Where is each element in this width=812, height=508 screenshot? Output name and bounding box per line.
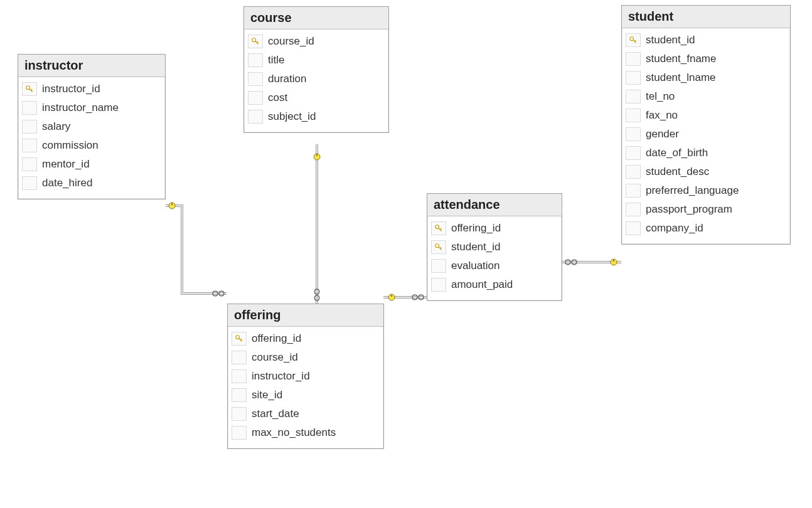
primary-key-icon bbox=[22, 82, 37, 96]
field-name: duration bbox=[268, 73, 306, 85]
field-row[interactable]: date_of_birth bbox=[626, 144, 786, 162]
field-row[interactable]: site_id bbox=[232, 386, 380, 405]
key-cell-empty bbox=[626, 71, 641, 85]
field-row[interactable]: start_date bbox=[232, 405, 380, 423]
entity-offering[interactable]: offering offering_idcourse_idinstructor_… bbox=[227, 304, 384, 449]
field-name: start_date bbox=[252, 408, 299, 420]
key-cell-empty bbox=[248, 72, 263, 86]
field-name: offering_id bbox=[451, 222, 501, 235]
field-name: site_id bbox=[252, 389, 282, 401]
entity-title: course bbox=[244, 7, 388, 29]
field-row[interactable]: subject_id bbox=[248, 107, 385, 126]
key-cell-empty bbox=[626, 221, 641, 235]
field-row[interactable]: passport_program bbox=[626, 200, 786, 219]
entity-course[interactable]: course course_idtitledurationcostsubject… bbox=[243, 6, 389, 133]
field-row[interactable]: duration bbox=[248, 70, 385, 88]
field-row[interactable]: student_desc bbox=[626, 162, 786, 181]
key-cell-empty bbox=[248, 110, 263, 124]
key-cell-empty bbox=[626, 184, 641, 198]
entity-attendance[interactable]: attendance offering_id student_idevaluat… bbox=[427, 193, 562, 301]
field-row[interactable]: fax_no bbox=[626, 106, 786, 125]
primary-key-icon bbox=[232, 332, 247, 346]
rel-course-offering bbox=[314, 144, 320, 304]
field-row[interactable]: student_id bbox=[626, 31, 786, 50]
field-row[interactable]: offering_id bbox=[232, 329, 380, 348]
field-row[interactable]: preferred_language bbox=[626, 181, 786, 200]
field-row[interactable]: instructor_name bbox=[22, 98, 161, 117]
entity-title: student bbox=[622, 6, 790, 28]
field-row[interactable]: mentor_id bbox=[22, 155, 161, 174]
entity-title: offering bbox=[228, 304, 383, 327]
field-row[interactable]: tel_no bbox=[626, 87, 786, 106]
field-row[interactable]: student_id bbox=[431, 238, 558, 257]
field-row[interactable]: instructor_id bbox=[232, 367, 380, 386]
field-name: offering_id bbox=[252, 332, 301, 345]
field-row[interactable]: student_lname bbox=[626, 68, 786, 87]
field-row[interactable]: course_id bbox=[232, 348, 380, 367]
field-row[interactable]: cost bbox=[248, 88, 385, 107]
entity-fields: offering_idcourse_idinstructor_idsite_id… bbox=[228, 327, 383, 448]
key-cell-empty bbox=[248, 91, 263, 105]
primary-key-icon bbox=[431, 240, 446, 254]
key-cell-empty bbox=[626, 165, 641, 179]
erd-canvas: { "entities": { "instructor": { "title":… bbox=[0, 0, 812, 508]
key-cell-empty bbox=[22, 101, 37, 115]
key-icon bbox=[434, 243, 443, 251]
field-row[interactable]: salary bbox=[22, 117, 161, 136]
key-icon bbox=[251, 37, 260, 46]
field-name: instructor_id bbox=[42, 83, 100, 95]
key-cell-empty bbox=[248, 53, 263, 67]
field-row[interactable]: company_id bbox=[626, 219, 786, 238]
field-name: passport_program bbox=[646, 203, 732, 216]
field-row[interactable]: offering_id bbox=[431, 219, 558, 238]
field-name: instructor_id bbox=[252, 370, 310, 383]
field-name: company_id bbox=[646, 222, 703, 235]
field-row[interactable]: gender bbox=[626, 125, 786, 144]
key-cell-empty bbox=[22, 157, 37, 171]
key-cell-empty bbox=[626, 146, 641, 160]
field-name: mentor_id bbox=[42, 158, 90, 171]
key-icon bbox=[629, 36, 638, 45]
field-name: subject_id bbox=[268, 110, 316, 123]
primary-key-icon bbox=[626, 33, 641, 47]
key-cell-empty bbox=[626, 127, 641, 141]
key-cell-empty bbox=[626, 108, 641, 122]
entity-fields: offering_id student_idevaluationamount_p… bbox=[427, 216, 562, 300]
key-icon bbox=[25, 85, 34, 93]
field-name: commission bbox=[42, 139, 99, 152]
rel-offering-attendance bbox=[383, 294, 427, 300]
key-cell-empty bbox=[431, 259, 446, 273]
field-name: course_id bbox=[268, 35, 314, 48]
field-name: tel_no bbox=[646, 90, 675, 103]
entity-title: instructor bbox=[18, 55, 165, 77]
entity-fields: course_idtitledurationcostsubject_id bbox=[244, 29, 388, 132]
field-name: amount_paid bbox=[451, 278, 513, 291]
entity-student[interactable]: student student_idstudent_fnamestudent_l… bbox=[621, 5, 791, 245]
key-cell-empty bbox=[22, 176, 37, 190]
key-cell-empty bbox=[22, 120, 37, 134]
primary-key-icon bbox=[248, 34, 263, 48]
field-name: student_id bbox=[451, 241, 500, 253]
field-row[interactable]: max_no_students bbox=[232, 423, 380, 442]
field-row[interactable]: course_id bbox=[248, 32, 385, 51]
field-row[interactable]: amount_paid bbox=[431, 275, 558, 294]
field-name: preferred_language bbox=[646, 184, 739, 197]
field-row[interactable]: title bbox=[248, 51, 385, 70]
key-cell-empty bbox=[626, 90, 641, 103]
field-name: student_desc bbox=[646, 166, 709, 178]
entity-instructor[interactable]: instructor instructor_idinstructor_names… bbox=[18, 54, 166, 199]
field-name: max_no_students bbox=[252, 426, 336, 439]
field-row[interactable]: date_hired bbox=[22, 174, 161, 193]
field-row[interactable]: evaluation bbox=[431, 257, 558, 275]
field-name: salary bbox=[42, 120, 70, 133]
field-row[interactable]: instructor_id bbox=[22, 80, 161, 98]
key-cell-empty bbox=[626, 203, 641, 216]
field-name: course_id bbox=[252, 351, 298, 364]
field-name: student_lname bbox=[646, 71, 716, 84]
field-row[interactable]: commission bbox=[22, 136, 161, 155]
field-row[interactable]: student_fname bbox=[626, 50, 786, 68]
key-cell-empty bbox=[626, 52, 641, 66]
field-name: instructor_name bbox=[42, 102, 119, 114]
key-cell-empty bbox=[232, 351, 247, 364]
field-name: gender bbox=[646, 128, 679, 140]
